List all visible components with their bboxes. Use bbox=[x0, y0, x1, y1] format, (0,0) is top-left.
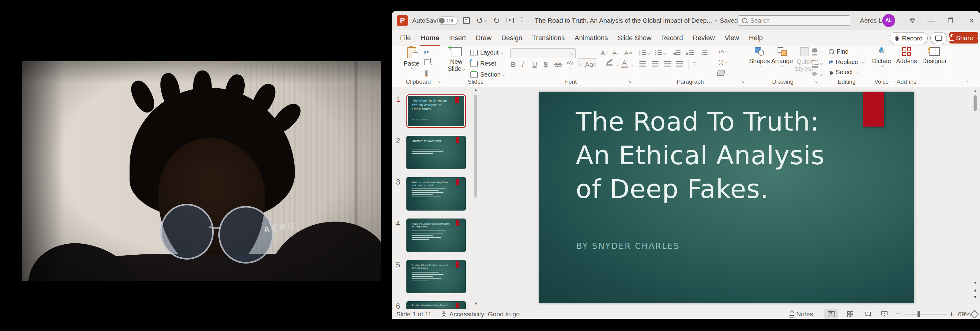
tab-transitions[interactable]: Transitions bbox=[527, 30, 570, 46]
powerpoint-app-icon[interactable]: P bbox=[397, 15, 408, 26]
fit-slide-to-window-button[interactable] bbox=[971, 309, 978, 319]
clipboard-dialog-launcher[interactable]: ↘ bbox=[437, 79, 441, 84]
share-button[interactable]: Share bbox=[950, 32, 978, 43]
reading-view-button[interactable] bbox=[861, 309, 875, 319]
scroll-up-icon[interactable]: ▲ bbox=[973, 89, 977, 93]
tab-view[interactable]: View bbox=[720, 30, 744, 46]
align-text-button[interactable]: [↕] bbox=[719, 59, 727, 65]
paragraph-dialog-launcher[interactable]: ↘ bbox=[740, 79, 744, 84]
slide-number-indicator[interactable]: Slide 1 of 11 bbox=[396, 309, 431, 319]
shape-outline-button[interactable] bbox=[811, 60, 818, 68]
justify-button[interactable] bbox=[676, 61, 683, 68]
tab-slide-show[interactable]: Slide Show bbox=[613, 30, 656, 46]
scroll-down-icon[interactable]: ▼ bbox=[474, 301, 478, 306]
zoom-slider-track[interactable] bbox=[905, 314, 947, 315]
tab-draw[interactable]: Draw bbox=[471, 30, 496, 46]
save-button[interactable] bbox=[463, 11, 470, 30]
tab-help[interactable]: Help bbox=[744, 30, 768, 46]
slide-thumbnail-3[interactable]: Brief Introduction to Deep Fakes and the… bbox=[406, 177, 466, 211]
tab-file[interactable]: File bbox=[395, 30, 415, 46]
shapes-button[interactable]: Shapes bbox=[749, 47, 770, 67]
tab-home[interactable]: Home bbox=[415, 30, 444, 46]
character-spacing-button[interactable]: AV ↔ bbox=[566, 60, 574, 69]
italic-button[interactable]: I bbox=[522, 61, 524, 69]
start-slideshow-button[interactable] bbox=[506, 11, 514, 30]
increase-indent-button[interactable]: ▶ bbox=[686, 50, 694, 56]
comments-button[interactable] bbox=[931, 32, 947, 44]
align-center-button[interactable] bbox=[652, 61, 659, 68]
clear-formatting-button[interactable]: A bbox=[624, 49, 632, 57]
underline-button[interactable]: U bbox=[532, 61, 537, 69]
reset-button[interactable]: Reset bbox=[470, 60, 496, 67]
addins-button[interactable]: Add-ins bbox=[894, 47, 919, 65]
convert-to-smartart-button[interactable] bbox=[717, 70, 728, 77]
drawing-dialog-launcher[interactable]: ↘ bbox=[814, 79, 818, 84]
slide-thumbnail-2[interactable]: Structure of Power Point. bbox=[406, 136, 466, 169]
layout-button[interactable]: Layout bbox=[470, 49, 502, 56]
scrollbar-thumb[interactable] bbox=[974, 95, 977, 111]
format-painter-button[interactable] bbox=[425, 70, 428, 76]
slide-thumbnail-4[interactable]: Negative Global/Political Impacts of Dee… bbox=[406, 219, 466, 252]
section-button[interactable]: Section bbox=[470, 71, 504, 78]
close-button[interactable]: × bbox=[969, 11, 975, 30]
slide-thumbnail-6[interactable]: So, should we ban Deep Fakes? bbox=[406, 301, 466, 309]
slide-thumbnail-5[interactable]: Positive Global/Political Impacts of Dee… bbox=[406, 260, 466, 293]
shape-fill-button[interactable] bbox=[811, 48, 818, 56]
change-case-button[interactable]: Aa bbox=[585, 61, 596, 69]
copy-button[interactable] bbox=[425, 59, 433, 67]
numbering-button[interactable] bbox=[655, 50, 665, 56]
next-slide-button[interactable]: ▼ bbox=[973, 294, 977, 299]
slide-thumbnail-1[interactable]: The Road To Truth: An Ethical Analysis o… bbox=[406, 94, 466, 128]
find-button[interactable]: Find bbox=[829, 48, 849, 55]
decrease-font-size-button[interactable]: A bbox=[612, 49, 619, 57]
tab-design[interactable]: Design bbox=[496, 30, 527, 46]
line-spacing-button[interactable]: ↕ bbox=[700, 50, 711, 56]
slide-sorter-view-button[interactable] bbox=[843, 309, 857, 319]
font-color-button[interactable]: A bbox=[621, 59, 628, 68]
tab-record[interactable]: Record bbox=[656, 30, 688, 46]
coming-soon-button[interactable] bbox=[909, 11, 916, 30]
scrollbar-thumb[interactable] bbox=[474, 95, 477, 198]
slide-canvas[interactable]: The Road To Truth: An Ethical Analysis o… bbox=[539, 92, 914, 303]
cut-button[interactable]: ✂ bbox=[424, 48, 430, 56]
tab-review[interactable]: Review bbox=[688, 30, 720, 46]
zoom-level[interactable]: 69% bbox=[958, 309, 971, 319]
zoom-in-button[interactable]: + bbox=[950, 309, 954, 319]
text-shadow-button[interactable]: S bbox=[543, 61, 548, 69]
bullets-button[interactable] bbox=[640, 50, 649, 56]
scroll-down-icon[interactable]: ▼ bbox=[973, 280, 977, 285]
previous-slide-button[interactable]: ▲ bbox=[973, 288, 977, 293]
highlight-color-button[interactable] bbox=[606, 61, 612, 66]
strikethrough-button[interactable]: ab bbox=[554, 61, 562, 69]
shape-effects-button[interactable] bbox=[812, 72, 817, 77]
tab-animations[interactable]: Animations bbox=[570, 30, 613, 46]
avatar[interactable]: AL bbox=[882, 14, 895, 27]
align-left-button[interactable] bbox=[640, 61, 646, 68]
bold-button[interactable]: B bbox=[511, 61, 516, 69]
paste-button[interactable]: Paste bbox=[404, 47, 419, 69]
scroll-up-icon[interactable]: ▲ bbox=[474, 87, 478, 92]
restore-button[interactable] bbox=[948, 11, 953, 30]
record-button[interactable]: ◉ Record bbox=[890, 32, 928, 44]
font-dialog-launcher[interactable]: ↘ bbox=[627, 79, 632, 84]
replace-button[interactable]: ⇄ Replace bbox=[829, 59, 864, 66]
accessibility-checker[interactable]: Accessibility: Good to go bbox=[441, 309, 520, 319]
slide-subtitle[interactable]: BY SNYDER CHARLES bbox=[576, 241, 680, 251]
redo-button[interactable]: ↻ bbox=[493, 11, 500, 30]
font-name-select[interactable] bbox=[510, 48, 576, 58]
arrange-button[interactable]: Arrange bbox=[771, 47, 793, 67]
zoom-out-button[interactable]: − bbox=[896, 309, 901, 319]
minimize-button[interactable]: — bbox=[928, 11, 935, 30]
autosave-toggle[interactable]: Off bbox=[438, 16, 458, 25]
quick-access-overflow-button[interactable] bbox=[520, 11, 522, 30]
designer-button[interactable]: Designer bbox=[921, 47, 948, 65]
decrease-indent-button[interactable]: ◀ bbox=[673, 50, 681, 56]
search-input[interactable]: Search bbox=[738, 15, 850, 26]
undo-button[interactable]: ↺ bbox=[476, 11, 487, 30]
normal-view-button[interactable] bbox=[824, 309, 838, 319]
collapse-ribbon-button[interactable] bbox=[967, 78, 970, 84]
new-slide-button[interactable]: New Slide bbox=[448, 47, 465, 72]
columns-button[interactable] bbox=[694, 62, 703, 68]
slide-title[interactable]: The Road To Truth: An Ethical Analysis o… bbox=[576, 105, 825, 206]
slide-accent-shape[interactable] bbox=[863, 92, 884, 126]
